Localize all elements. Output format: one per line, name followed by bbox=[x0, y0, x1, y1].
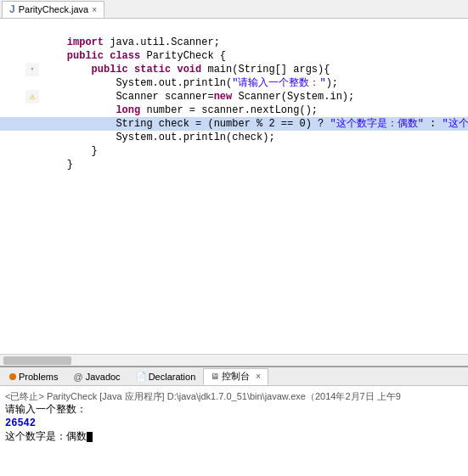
console-input-value: 26542 bbox=[5, 417, 36, 429]
code-line-12 bbox=[0, 171, 468, 185]
code-line-11: } bbox=[0, 158, 468, 171]
cursor-block bbox=[87, 432, 93, 442]
line-marker-6: ⚠ bbox=[25, 90, 39, 104]
line-code-2: import java.util.Scanner; bbox=[39, 36, 220, 49]
line-code-11: } bbox=[39, 158, 73, 171]
bottom-panel: Problems @ Javadoc 📄 Declaration 🖥 控制台 ×… bbox=[0, 366, 468, 476]
tab-javadoc-label: Javadoc bbox=[86, 372, 121, 382]
bottom-tabbar: Problems @ Javadoc 📄 Declaration 🖥 控制台 × bbox=[0, 367, 468, 386]
declaration-icon: 📄 bbox=[136, 372, 146, 381]
line-code-19 bbox=[39, 266, 48, 280]
console-content: <已终止> ParityCheck [Java 应用程序] D:\java\jd… bbox=[0, 386, 468, 476]
code-editor[interactable]: import java.util.Scanner; public class P… bbox=[0, 19, 468, 366]
line-code-15 bbox=[39, 212, 48, 226]
code-line-19 bbox=[0, 266, 468, 280]
console-input-line: 26542 bbox=[5, 417, 463, 430]
code-line-5: System.out.println("请输入一个整数："); bbox=[0, 76, 468, 90]
code-line-8: String check = (number % 2 == 0) ? "这个数字… bbox=[0, 117, 468, 131]
editor-tab-label: ParityCheck.java bbox=[19, 4, 89, 14]
console-result-line: 这个数字是：偶数 bbox=[5, 430, 463, 444]
code-line-6: ⚠ Scanner scanner=new Scanner(System.in)… bbox=[0, 90, 468, 104]
line-code-9: System.out.println(check); bbox=[39, 131, 275, 144]
tab-console-label: 控制台 bbox=[222, 370, 250, 383]
line-code-12 bbox=[39, 171, 48, 185]
line-code-16 bbox=[39, 226, 48, 239]
line-code-5: System.out.println("请输入一个整数："); bbox=[39, 76, 338, 90]
code-content[interactable]: import java.util.Scanner; public class P… bbox=[0, 19, 468, 354]
editor-tab-paritycheck[interactable]: J ParityCheck.java × bbox=[2, 1, 104, 18]
code-line-1 bbox=[0, 22, 468, 36]
line-code-8: String check = (number % 2 == 0) ? "这个数字… bbox=[39, 117, 468, 131]
warning-icon: ⚠ bbox=[30, 90, 36, 104]
code-line-9: System.out.println(check); bbox=[0, 131, 468, 144]
line-code-18 bbox=[39, 253, 48, 266]
line-code-10: } bbox=[39, 144, 98, 158]
code-line-17 bbox=[0, 239, 468, 253]
line-code-1 bbox=[39, 22, 48, 36]
code-line-4: ▾ public static void main(String[] args)… bbox=[0, 63, 468, 76]
console-prompt-text: 请输入一个整数： bbox=[5, 404, 87, 416]
tab-problems-label: Problems bbox=[19, 372, 58, 382]
line-code-4: public static void main(String[] args){ bbox=[39, 63, 330, 76]
code-line-2: import java.util.Scanner; bbox=[0, 36, 468, 49]
tab-declaration-label: Declaration bbox=[149, 372, 196, 382]
tab-problems[interactable]: Problems bbox=[2, 368, 65, 385]
scrollbar-thumb[interactable] bbox=[3, 356, 71, 365]
tab-javadoc[interactable]: @ Javadoc bbox=[65, 368, 127, 385]
horizontal-scrollbar[interactable] bbox=[0, 354, 468, 366]
console-terminated-line: <已终止> ParityCheck [Java 应用程序] D:\java\jd… bbox=[5, 389, 463, 403]
close-tab-icon[interactable]: × bbox=[92, 5, 97, 14]
code-line-14 bbox=[0, 199, 468, 212]
code-line-10: } bbox=[0, 144, 468, 158]
line-code-13 bbox=[39, 185, 48, 199]
code-line-13 bbox=[0, 185, 468, 199]
tab-declaration[interactable]: 📄 Declaration bbox=[128, 368, 204, 385]
line-code-6: Scanner scanner=new Scanner(System.in); bbox=[39, 90, 354, 104]
code-line-7: long number = scanner.nextLong(); bbox=[0, 104, 468, 117]
console-prompt-line: 请输入一个整数： bbox=[5, 403, 463, 417]
editor-tabbar: J ParityCheck.java × bbox=[0, 0, 468, 19]
line-code-7: long number = scanner.nextLong(); bbox=[39, 104, 318, 117]
code-line-3: public class ParityCheck { bbox=[0, 49, 468, 63]
close-console-icon[interactable]: × bbox=[256, 372, 261, 381]
code-line-18 bbox=[0, 253, 468, 266]
console-icon: 🖥 bbox=[211, 372, 219, 381]
line-marker-4: ▾ bbox=[25, 63, 39, 76]
tab-console[interactable]: 🖥 控制台 × bbox=[203, 368, 268, 385]
line-code-17 bbox=[39, 239, 48, 253]
line-code-14 bbox=[39, 199, 48, 212]
code-line-16 bbox=[0, 226, 468, 239]
javadoc-icon: @ bbox=[73, 372, 82, 382]
code-line-15 bbox=[0, 212, 468, 226]
java-file-icon: J bbox=[9, 3, 15, 15]
problems-icon bbox=[9, 373, 16, 380]
console-result-text: 这个数字是：偶数 bbox=[5, 431, 87, 443]
line-code-3: public class ParityCheck { bbox=[39, 49, 226, 63]
collapse-arrow-icon[interactable]: ▾ bbox=[30, 63, 34, 76]
